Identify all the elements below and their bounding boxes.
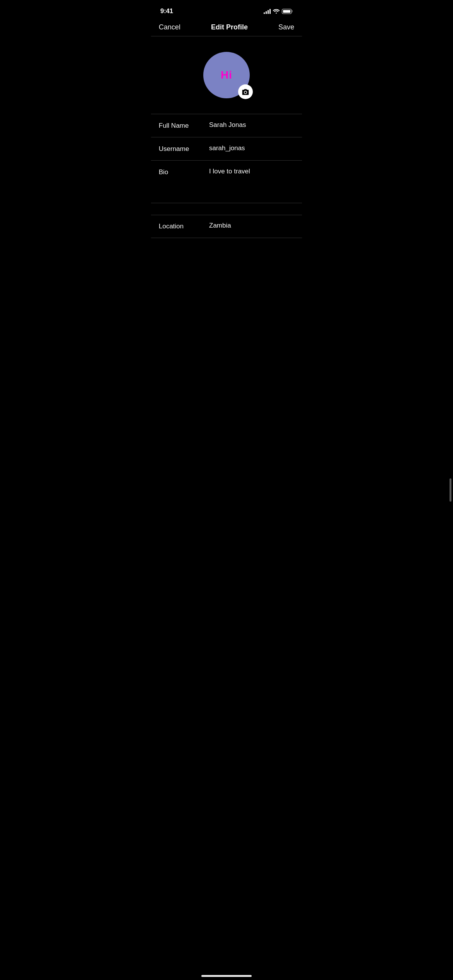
page-title: Edit Profile — [211, 23, 248, 31]
avatar-initials: Hi — [221, 69, 232, 81]
cancel-button[interactable]: Cancel — [159, 23, 180, 31]
status-time: 9:41 — [160, 7, 173, 15]
location-value: Zambia — [209, 222, 294, 230]
status-bar: 9:41 — [151, 0, 302, 19]
section-gap — [151, 203, 302, 215]
signal-bars-icon — [264, 9, 271, 14]
svg-point-0 — [245, 91, 247, 93]
save-button[interactable]: Save — [278, 23, 294, 31]
location-field[interactable]: Location Zambia — [151, 215, 302, 238]
nav-bar: Cancel Edit Profile Save — [151, 19, 302, 36]
username-field[interactable]: Username sarah_jonas — [151, 137, 302, 161]
avatar-section: Hi — [151, 36, 302, 114]
full-name-value: Sarah Jonas — [209, 121, 294, 129]
location-label: Location — [159, 222, 209, 230]
battery-icon — [282, 9, 293, 14]
bio-field[interactable]: Bio I love to travel — [151, 161, 302, 203]
wifi-icon — [273, 9, 280, 14]
username-label: Username — [159, 144, 209, 153]
camera-icon — [242, 88, 249, 95]
avatar-wrapper: Hi — [203, 52, 250, 98]
status-icons — [264, 9, 293, 14]
bio-value: I love to travel — [209, 168, 294, 175]
username-value: sarah_jonas — [209, 144, 294, 152]
form-section: Full Name Sarah Jonas Username sarah_jon… — [151, 114, 302, 238]
full-name-field[interactable]: Full Name Sarah Jonas — [151, 114, 302, 137]
bio-label: Bio — [159, 168, 209, 176]
camera-button[interactable] — [238, 84, 253, 99]
full-name-label: Full Name — [159, 121, 209, 130]
